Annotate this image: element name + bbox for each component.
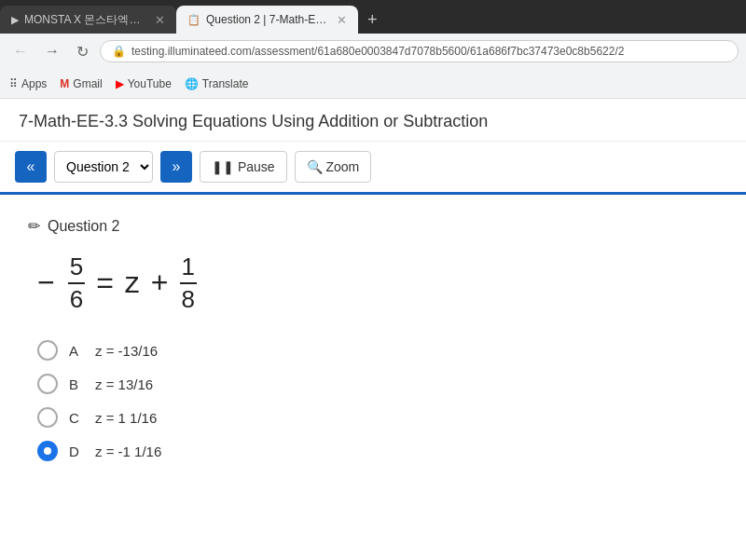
option-d[interactable]: D z = -1 1/16	[37, 441, 718, 461]
music-tab-icon: ▶	[11, 14, 19, 26]
youtube-icon: ▶	[116, 77, 124, 90]
address-bar[interactable]: 🔒 testing.illuminateed.com/assessment/61…	[100, 40, 739, 62]
gmail-icon: M	[60, 77, 69, 90]
math-equation: − 5 6 = z + 1 8	[28, 253, 718, 312]
radio-b[interactable]	[37, 374, 58, 394]
option-c[interactable]: C z = 1 1/16	[37, 407, 718, 428]
lock-icon: 🔒	[112, 45, 126, 58]
question-tab-icon: 📋	[187, 14, 200, 26]
music-tab-close[interactable]: ✕	[155, 13, 165, 27]
answer-options: A z = -13/16 B z = 13/16 C z = 1 1/16 D …	[28, 340, 718, 461]
bookmark-youtube[interactable]: ▶ YouTube	[116, 77, 172, 90]
z-variable: z	[125, 266, 140, 300]
radio-d[interactable]	[37, 441, 58, 461]
left-fraction: 5 6	[68, 253, 85, 312]
option-b-letter: B	[69, 376, 84, 392]
youtube-label: YouTube	[128, 77, 172, 90]
right-denominator: 8	[180, 284, 197, 313]
bookmark-translate[interactable]: 🌐 Translate	[185, 77, 249, 90]
right-fraction: 1 8	[180, 253, 197, 312]
pause-button[interactable]: ❚❚ Pause	[200, 151, 287, 183]
bookmark-apps[interactable]: ⠿ Apps	[9, 77, 47, 90]
option-c-text: z = 1 1/16	[95, 410, 157, 426]
plus-sign: +	[151, 266, 169, 300]
option-d-text: z = -1 1/16	[95, 444, 161, 459]
page-title: 7-Math-EE-3.3 Solving Equations Using Ad…	[0, 99, 746, 142]
new-tab-button[interactable]: +	[358, 10, 387, 30]
zoom-button[interactable]: 🔍 Zoom	[295, 151, 372, 183]
negative-sign: −	[37, 266, 55, 300]
page-content: 7-Math-EE-3.3 Solving Equations Using Ad…	[0, 99, 746, 560]
next-question-button[interactable]: »	[160, 151, 192, 183]
prev-question-button[interactable]: «	[15, 151, 47, 183]
question-toolbar: « Question 2 » ❚❚ Pause 🔍 Zoom	[0, 142, 746, 195]
pencil-icon: ✏	[28, 217, 40, 235]
question-header: ✏ Question 2	[28, 217, 718, 235]
equals-sign: =	[96, 266, 114, 300]
apps-icon: ⠿	[9, 77, 18, 90]
translate-label: Translate	[202, 77, 249, 90]
tab-question[interactable]: 📋 Question 2 | 7-Math-EE-3.3 Solvi ✕	[176, 6, 358, 34]
refresh-button[interactable]: ↻	[71, 39, 94, 64]
forward-button[interactable]: →	[39, 39, 65, 63]
translate-icon: 🌐	[185, 77, 199, 90]
radio-a[interactable]	[37, 340, 58, 361]
radio-c[interactable]	[37, 407, 58, 428]
option-d-letter: D	[69, 444, 84, 459]
option-a[interactable]: A z = -13/16	[37, 340, 718, 361]
option-b-text: z = 13/16	[95, 376, 153, 392]
apps-label: Apps	[21, 77, 47, 90]
nav-bar: ← → ↻ 🔒 testing.illuminateed.com/assessm…	[0, 34, 746, 69]
option-a-letter: A	[69, 343, 84, 359]
left-numerator: 5	[68, 253, 85, 284]
question-tab-close[interactable]: ✕	[337, 13, 347, 27]
option-a-text: z = -13/16	[95, 343, 158, 359]
back-button[interactable]: ←	[7, 39, 34, 63]
option-b[interactable]: B z = 13/16	[37, 374, 718, 394]
music-tab-label: MONSTA X 몬스타엑스 'ON	[24, 12, 145, 28]
option-c-letter: C	[69, 410, 84, 426]
gmail-label: Gmail	[73, 77, 102, 90]
bookmarks-bar: ⠿ Apps M Gmail ▶ YouTube 🌐 Translate	[0, 69, 746, 99]
address-text: testing.illuminateed.com/assessment/61a6…	[131, 45, 624, 58]
tab-bar: ▶ MONSTA X 몬스타엑스 'ON ✕ 📋 Question 2 | 7-…	[0, 0, 746, 34]
bookmark-gmail[interactable]: M Gmail	[60, 77, 102, 90]
question-label: Question 2	[48, 218, 119, 235]
question-tab-label: Question 2 | 7-Math-EE-3.3 Solvi	[206, 13, 327, 26]
question-selector[interactable]: Question 2	[54, 151, 153, 183]
right-numerator: 1	[180, 253, 197, 284]
tab-music[interactable]: ▶ MONSTA X 몬스타엑스 'ON ✕	[0, 6, 176, 34]
left-denominator: 6	[68, 284, 85, 313]
question-area: ✏ Question 2 − 5 6 = z + 1 8 A z = -13/1…	[0, 195, 746, 484]
